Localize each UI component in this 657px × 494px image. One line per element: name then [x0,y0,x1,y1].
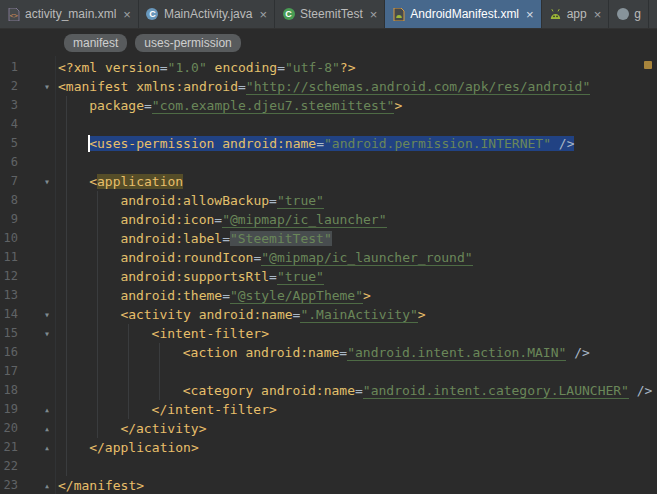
android-manifest-icon [392,8,405,21]
fold-end-icon[interactable]: ▴ [40,476,54,494]
fold-column [40,286,54,305]
fold-column [40,343,54,362]
code-text[interactable]: android:label="SteemitTest" [54,229,657,248]
code-text[interactable]: android:allowBackup="true" [54,191,657,210]
fold-end-icon[interactable]: ▴ [40,419,54,438]
code-line: 4 [0,115,657,134]
tab-androidmanifest-xml[interactable]: AndroidManifest.xml× [385,0,541,28]
code-text[interactable]: <uses-permission android:name="android.p… [54,134,657,153]
code-line: 5<uses-permission android:name="android.… [0,134,657,153]
code-line: 22 [0,457,657,476]
line-number: 2 [0,77,18,96]
fold-column [40,191,54,210]
tab-close-icon[interactable]: × [123,8,131,21]
editor-tab-bar: <>activity_main.xml×CMainActivity.java×C… [0,0,657,29]
tab-close-icon[interactable]: × [526,8,534,21]
line-number: 3 [0,96,18,115]
code-area: 1<?xml version="1.0" encoding="utf-8"?>2… [0,56,657,494]
code-line: 13android:theme="@style/AppTheme"> [0,286,657,305]
tab-label: activity_main.xml [25,7,116,21]
line-number: 14 [0,305,18,324]
code-text[interactable]: </application> [54,438,657,457]
code-line: 1<?xml version="1.0" encoding="utf-8"?> [0,58,657,77]
text-caret [88,135,90,152]
code-line: 23▴</manifest> [0,476,657,494]
code-text[interactable]: android:theme="@style/AppTheme"> [54,286,657,305]
tab-steemittest[interactable]: CSteemitTest× [275,0,385,28]
code-line: 7▾<application [0,172,657,191]
fold-column [40,96,54,115]
tab-activity-main-xml[interactable]: <>activity_main.xml× [0,0,139,28]
line-number: 11 [0,248,18,267]
code-line: 3package="com.example.djeu7.steemittest"… [0,96,657,115]
tab-close-icon[interactable]: × [259,8,267,21]
fold-column [40,229,54,248]
line-number: 8 [0,191,18,210]
line-number: 6 [0,153,18,172]
line-number: 9 [0,210,18,229]
code-text[interactable]: android:icon="@mipmap/ic_launcher" [54,210,657,229]
code-text[interactable]: android:supportsRtl="true" [54,267,657,286]
line-number: 7 [0,172,18,191]
code-text[interactable]: <intent-filter> [54,324,657,343]
code-text[interactable]: <activity android:name=".MainActivity"> [54,305,657,324]
code-text[interactable]: </intent-filter> [54,400,657,419]
line-number: 13 [0,286,18,305]
line-number: 22 [0,457,18,476]
code-line: 19▴</intent-filter> [0,400,657,419]
fold-column [40,381,54,400]
code-text[interactable] [54,153,657,172]
fold-end-icon[interactable]: ▴ [40,438,54,457]
android-app-icon [549,8,562,21]
code-text[interactable]: </activity> [54,419,657,438]
fold-open-icon[interactable]: ▾ [40,324,54,343]
inspection-indicator[interactable] [644,61,652,69]
code-text[interactable]: <action android:name="android.intent.act… [54,343,657,362]
line-number: 1 [0,58,18,77]
selection-highlight: <uses-permission android:name="android.p… [89,136,574,151]
svg-text:<>: <> [9,12,17,20]
code-line: 18<category android:name="android.intent… [0,381,657,400]
fold-column [40,210,54,229]
fold-column [40,58,54,77]
tab-g[interactable]: g [609,0,649,28]
fold-open-icon[interactable]: ▾ [40,305,54,324]
code-text[interactable]: package="com.example.djeu7.steemittest"> [54,96,657,115]
fold-open-icon[interactable]: ▾ [40,172,54,191]
code-line: 8android:allowBackup="true" [0,191,657,210]
test-class-icon: C [282,8,295,21]
line-number: 20 [0,419,18,438]
breadcrumb-uses-permission[interactable]: uses-permission [135,34,240,52]
line-number: 21 [0,438,18,457]
code-text[interactable] [54,115,657,134]
line-number: 18 [0,381,18,400]
code-text[interactable]: <manifest xmlns:android="http://schemas.… [54,77,657,96]
code-text[interactable]: </manifest> [54,476,657,494]
tab-label: g [634,7,641,21]
fold-column [40,115,54,134]
code-text[interactable] [54,457,657,476]
code-line: 9android:icon="@mipmap/ic_launcher" [0,210,657,229]
fold-open-icon[interactable]: ▾ [40,77,54,96]
tab-mainactivity-java[interactable]: CMainActivity.java× [139,0,275,28]
tab-close-icon[interactable]: × [594,8,602,21]
breadcrumb-manifest[interactable]: manifest [64,34,127,52]
code-line: 2▾<manifest xmlns:android="http://schema… [0,77,657,96]
fold-end-icon[interactable]: ▴ [40,400,54,419]
code-text[interactable]: android:roundIcon="@mipmap/ic_launcher_r… [54,248,657,267]
code-line: 14▾<activity android:name=".MainActivity… [0,305,657,324]
code-line: 16<action android:name="android.intent.a… [0,343,657,362]
code-text[interactable]: <category android:name="android.intent.c… [54,381,657,400]
code-text[interactable] [54,362,657,381]
tab-app[interactable]: app× [542,0,610,28]
fold-column [40,457,54,476]
code-line: 6 [0,153,657,172]
code-text[interactable]: <application [54,172,657,191]
code-line: 12android:supportsRtl="true" [0,267,657,286]
tab-close-icon[interactable]: × [370,8,378,21]
fold-column [40,134,54,153]
tab-label: app [567,7,587,21]
code-text[interactable]: <?xml version="1.0" encoding="utf-8"?> [54,58,657,77]
line-number: 17 [0,362,18,381]
line-number: 16 [0,343,18,362]
